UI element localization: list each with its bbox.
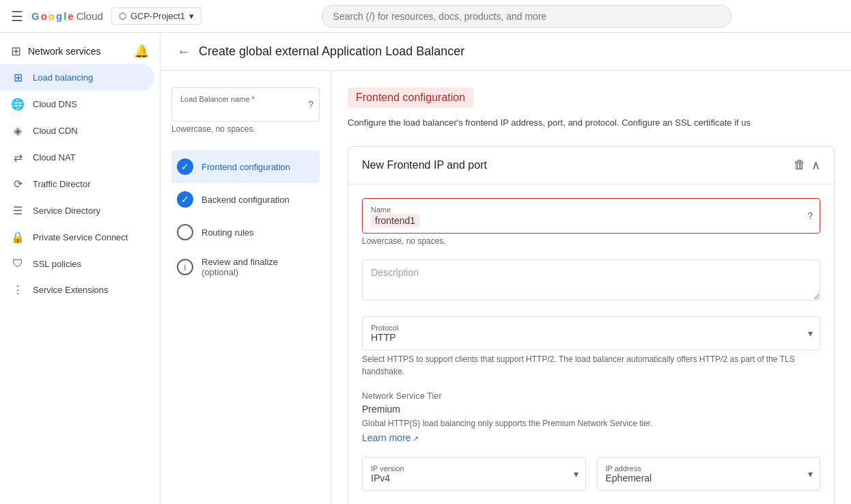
search-input[interactable] bbox=[322, 5, 731, 28]
steps-panel: Load Balancer name * ? Lowercase, no spa… bbox=[161, 71, 331, 504]
network-tier-label: Network Service Tier bbox=[362, 391, 820, 401]
sidebar-title: Network services bbox=[28, 46, 101, 57]
topbar-left: ☰ Google Cloud ⬡ GCP-Project1 ▾ bbox=[11, 8, 201, 25]
step-review[interactable]: i Review and finalize (optional) bbox=[171, 249, 320, 285]
description-field[interactable] bbox=[362, 260, 820, 303]
sidebar-item-label: Load balancing bbox=[33, 72, 93, 83]
content-area: ← Create global external Application Loa… bbox=[161, 33, 851, 504]
collapse-icon[interactable]: ∧ bbox=[811, 158, 820, 173]
chevron-down-icon: ▾ bbox=[808, 328, 813, 339]
cloud-nat-icon: ⇄ bbox=[11, 151, 25, 164]
sidebar-item-service-extensions[interactable]: ⋮ Service Extensions bbox=[0, 277, 160, 303]
protocol-wrapper: Protocol HTTP ▾ bbox=[362, 316, 820, 350]
config-description: Configure the load balancer's frontend I… bbox=[348, 116, 835, 130]
page-title: Create global external Application Load … bbox=[199, 44, 464, 59]
sidebar: ⊞ Network services 🔔 ⊞ Load balancing 🌐 … bbox=[0, 33, 161, 504]
ip-row: IP version IPv4 ▾ IP address Ephemeral bbox=[362, 457, 820, 505]
ip-address-field[interactable]: IP address Ephemeral ▾ bbox=[597, 457, 821, 491]
frontend-card-header: New Frontend IP and port 🗑 ∧ bbox=[348, 147, 834, 184]
main-layout: ⊞ Network services 🔔 ⊞ Load balancing 🌐 … bbox=[0, 33, 851, 504]
cloud-dns-icon: 🌐 bbox=[11, 98, 25, 111]
step-label: Backend configuration bbox=[201, 195, 290, 205]
sidebar-item-label: Service Directory bbox=[33, 206, 100, 216]
service-extensions-icon: ⋮ bbox=[11, 283, 25, 296]
help-icon[interactable]: ? bbox=[308, 99, 313, 110]
sidebar-item-label: Private Service Connect bbox=[33, 232, 128, 242]
name-value: frontend1 bbox=[371, 215, 792, 226]
ip-address-value: Ephemeral bbox=[606, 473, 796, 484]
service-directory-icon: ☰ bbox=[11, 204, 25, 217]
step-info-icon: i bbox=[177, 259, 193, 275]
ip-version-label: IP version bbox=[371, 464, 561, 473]
content-body: Load Balancer name * ? Lowercase, no spa… bbox=[161, 71, 851, 504]
lb-name-input[interactable] bbox=[180, 103, 294, 114]
cloud-label: Cloud bbox=[76, 10, 103, 22]
menu-icon[interactable]: ☰ bbox=[11, 8, 23, 25]
sidebar-item-label: Cloud DNS bbox=[33, 99, 77, 109]
back-button[interactable]: ← bbox=[177, 44, 191, 59]
sidebar-item-traffic-director[interactable]: ⟳ Traffic Director bbox=[0, 171, 160, 197]
frontend-card-body: Name frontend1 ? Lowercase, no spaces. bbox=[348, 184, 834, 505]
step-routing-rules[interactable]: Routing rules bbox=[171, 216, 320, 249]
logo: Google Cloud bbox=[31, 10, 103, 22]
lb-name-wrapper: Load Balancer name * ? bbox=[171, 87, 320, 122]
content-header: ← Create global external Application Loa… bbox=[161, 33, 851, 71]
name-field[interactable]: Name frontend1 ? Lowercase, no spaces. bbox=[362, 198, 820, 246]
network-services-icon: ⊞ bbox=[11, 44, 21, 59]
learn-more-link[interactable]: Learn more bbox=[362, 432, 419, 443]
required-asterisk: * bbox=[252, 95, 255, 103]
ip-address-label: IP address bbox=[606, 464, 796, 473]
name-hint: Lowercase, no spaces. bbox=[362, 236, 820, 246]
network-tier-value: Premium bbox=[362, 404, 820, 415]
frontend-card: New Frontend IP and port 🗑 ∧ Name bbox=[348, 146, 835, 505]
chevron-down-icon: ▾ bbox=[808, 468, 813, 479]
ip-version-field[interactable]: IP version IPv4 ▾ bbox=[362, 457, 586, 491]
notification-icon[interactable]: 🔔 bbox=[134, 44, 149, 59]
step-backend-config[interactable]: ✓ Backend configuration bbox=[171, 183, 320, 216]
step-checked-icon: ✓ bbox=[177, 191, 193, 208]
ssl-policies-icon: 🛡 bbox=[11, 257, 25, 270]
project-icon: ⬡ bbox=[119, 11, 126, 21]
delete-icon[interactable]: 🗑 bbox=[794, 158, 806, 173]
config-section-title: Frontend configuration bbox=[348, 87, 473, 108]
network-tier-desc: Global HTTP(S) load balancing only suppo… bbox=[362, 417, 820, 430]
ip-version-value: IPv4 bbox=[371, 473, 561, 484]
step-dot-icon bbox=[177, 224, 193, 240]
load-balancing-icon: ⊞ bbox=[11, 71, 25, 84]
name-label: Name bbox=[371, 206, 792, 214]
lb-name-label: Load Balancer name * bbox=[180, 95, 294, 103]
network-tier-section: Network Service Tier Premium Global HTTP… bbox=[362, 391, 820, 443]
protocol-hint: Select HTTPS to support clients that sup… bbox=[362, 353, 820, 378]
sidebar-item-label: SSL policies bbox=[33, 259, 81, 269]
lb-name-field[interactable]: Load Balancer name * ? Lowercase, no spa… bbox=[171, 87, 320, 134]
ip-address-wrapper: IP address Ephemeral ▾ bbox=[597, 457, 821, 491]
sidebar-header: ⊞ Network services 🔔 bbox=[0, 33, 160, 64]
chevron-down-icon: ▾ bbox=[189, 11, 194, 21]
sidebar-item-cloud-dns[interactable]: 🌐 Cloud DNS bbox=[0, 91, 160, 117]
sidebar-item-service-directory[interactable]: ☰ Service Directory bbox=[0, 197, 160, 224]
sidebar-item-cloud-cdn[interactable]: ◈ Cloud CDN bbox=[0, 117, 160, 144]
step-label: Routing rules bbox=[201, 227, 254, 238]
step-label: Review and finalize (optional) bbox=[201, 257, 314, 277]
sidebar-item-private-service-connect[interactable]: 🔒 Private Service Connect bbox=[0, 224, 160, 251]
sidebar-item-label: Cloud CDN bbox=[33, 126, 78, 136]
description-input[interactable] bbox=[362, 260, 820, 300]
project-selector[interactable]: ⬡ GCP-Project1 ▾ bbox=[111, 8, 201, 25]
step-optional: (optional) bbox=[201, 267, 238, 277]
traffic-director-icon: ⟳ bbox=[11, 178, 25, 191]
cloud-cdn-icon: ◈ bbox=[11, 124, 25, 137]
sidebar-item-ssl-policies[interactable]: 🛡 SSL policies bbox=[0, 251, 160, 277]
project-name: GCP-Project1 bbox=[130, 11, 185, 21]
search-bar[interactable] bbox=[322, 5, 731, 28]
sidebar-item-load-balancing[interactable]: ⊞ Load balancing bbox=[0, 64, 154, 91]
protocol-value: HTTP bbox=[371, 332, 795, 343]
protocol-label: Protocol bbox=[371, 324, 795, 332]
help-icon[interactable]: ? bbox=[807, 210, 813, 221]
sidebar-item-label: Service Extensions bbox=[33, 285, 109, 295]
google-logo: Google bbox=[31, 10, 74, 22]
step-frontend-config[interactable]: ✓ Frontend configuration bbox=[171, 150, 320, 183]
sidebar-item-cloud-nat[interactable]: ⇄ Cloud NAT bbox=[0, 144, 160, 171]
chevron-down-icon: ▾ bbox=[574, 468, 578, 479]
sidebar-item-label: Traffic Director bbox=[33, 179, 91, 189]
protocol-field[interactable]: Protocol HTTP ▾ Select HTTPS to support … bbox=[362, 316, 820, 378]
